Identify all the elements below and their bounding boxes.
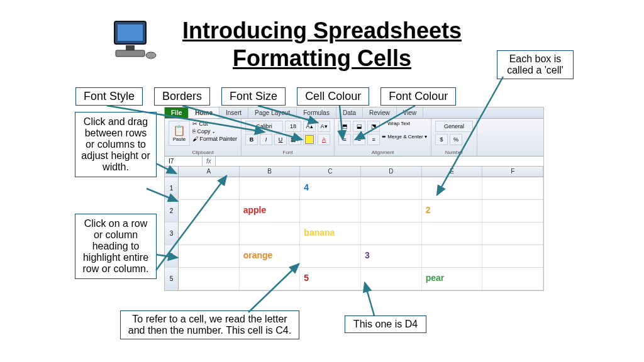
tab-page-layout[interactable]: Page Layout [248,107,297,118]
column-headers: A B C D E F [165,167,543,177]
cell-b4[interactable]: orange [240,245,301,267]
alignment-label: Alignment [338,150,427,155]
page-title: Introducing Spreadsheets [0,18,644,44]
ribbon: 📋Paste ✂ Cut ⎘ Copy ▾ 🖌 Format Painter C… [165,119,543,156]
paste-button[interactable]: 📋Paste [169,121,190,146]
cell-a1[interactable] [179,177,240,199]
align-top-icon[interactable]: ⬒ [338,121,351,132]
cell-e4[interactable] [422,245,483,267]
currency-icon[interactable]: $ [435,134,448,145]
number-format-select[interactable]: General [435,121,473,132]
callout-each-cell: Each box is called a 'cell' [497,50,574,79]
underline-button[interactable]: U [274,134,287,145]
cell-c3[interactable]: banana [300,222,361,244]
cell-b3[interactable] [240,222,301,244]
row-header-3[interactable]: 3 [165,222,179,244]
tab-review[interactable]: Review [363,107,397,118]
spreadsheet-grid: A B C D E F 1 4 2 apple 2 3 [165,167,543,290]
percent-icon[interactable]: % [450,134,462,145]
excel-window: File Home Insert Page Layout Formulas Da… [164,107,544,291]
cell-e5[interactable]: pear [422,268,483,290]
cell-f3[interactable] [482,222,543,244]
col-header-c[interactable]: C [300,167,361,177]
cell-c1[interactable]: 4 [300,177,361,199]
callout-drag: Click and drag between rows or columns t… [75,112,157,177]
cell-e3[interactable] [422,222,483,244]
formula-bar: I7 fx [165,156,543,167]
tab-home[interactable]: Home [189,107,219,118]
tab-view[interactable]: View [397,107,424,118]
col-header-d[interactable]: D [361,167,422,177]
font-name-select[interactable]: Calibri [245,121,283,132]
ribbon-group-font: Calibri 18 A▴ A▾ B I U ▦▾ A Font [242,119,335,156]
label-font-style: Font Style [75,87,143,106]
callout-d4: This one is D4 [345,315,426,333]
cell-d5[interactable] [361,268,422,290]
table-row: 4 orange 3 [165,245,543,268]
cell-e2[interactable]: 2 [422,200,483,222]
name-box[interactable]: I7 [165,156,203,166]
cell-f4[interactable] [482,245,543,267]
align-bot-icon[interactable]: ⬔ [367,121,380,132]
row-header-4[interactable]: 4 [165,245,179,267]
cell-d4[interactable]: 3 [361,245,422,267]
font-size-select[interactable]: 18 [285,121,301,132]
ribbon-tabs: File Home Insert Page Layout Formulas Da… [165,107,543,119]
align-right-icon[interactable]: ≡ [367,134,380,145]
tab-data[interactable]: Data [336,107,363,118]
cell-b2[interactable]: apple [240,200,301,222]
table-row: 2 apple 2 [165,200,543,222]
wrap-text-button[interactable]: ⤶ Wrap Text [382,121,410,132]
tab-file[interactable]: File [165,107,189,118]
cell-c2[interactable] [300,200,361,222]
formula-input[interactable] [216,156,543,166]
align-left-icon[interactable]: ≡ [338,134,351,145]
ribbon-group-alignment: ⬒ ⬓ ⬔ ⤶ Wrap Text ≡ ≡ ≡ ⬌ Merge & Center… [335,119,431,156]
align-center-icon[interactable]: ≡ [353,134,365,145]
callout-heading: Click on a row or column heading to high… [75,214,157,279]
copy-button[interactable]: ⎘ Copy ▾ [192,128,237,134]
borders-button[interactable]: ▦▾ [289,134,301,145]
font-color-button[interactable]: A [318,134,330,145]
row-header-5[interactable]: 5 [165,268,179,290]
ribbon-group-clipboard: 📋Paste ✂ Cut ⎘ Copy ▾ 🖌 Format Painter C… [165,119,242,156]
increase-font-icon[interactable]: A▴ [303,121,316,132]
align-mid-icon[interactable]: ⬓ [353,121,365,132]
label-row: Font Style Borders Font Size Cell Colour… [75,87,456,106]
cell-a4[interactable] [179,245,240,267]
cell-f2[interactable] [482,200,543,222]
merge-center-button[interactable]: ⬌ Merge & Center ▾ [382,134,427,145]
fx-icon[interactable]: fx [203,156,216,166]
cell-d2[interactable] [361,200,422,222]
callout-refer: To refer to a cell, we read the letter a… [120,310,299,339]
cell-c5[interactable]: 5 [300,268,361,290]
cell-d1[interactable] [361,177,422,199]
cell-e1[interactable] [422,177,483,199]
col-header-b[interactable]: B [240,167,301,177]
cell-b1[interactable] [240,177,301,199]
select-all-corner[interactable] [165,167,179,177]
italic-button[interactable]: I [260,134,272,145]
cell-a5[interactable] [179,268,240,290]
cell-a3[interactable] [179,222,240,244]
number-label: Number [435,150,473,155]
col-header-f[interactable]: F [482,167,543,177]
cell-f1[interactable] [482,177,543,199]
col-header-e[interactable]: E [422,167,483,177]
fill-color-button[interactable] [303,134,316,145]
cell-b5[interactable] [240,268,301,290]
label-cell-colour: Cell Colour [297,87,369,106]
cut-button[interactable]: ✂ Cut [192,121,237,127]
tab-formulas[interactable]: Formulas [297,107,336,118]
cell-c4[interactable] [300,245,361,267]
format-painter-button[interactable]: 🖌 Format Painter [192,136,237,142]
row-header-1[interactable]: 1 [165,177,179,199]
tab-insert[interactable]: Insert [219,107,248,118]
cell-d3[interactable] [361,222,422,244]
row-header-2[interactable]: 2 [165,200,179,222]
decrease-font-icon[interactable]: A▾ [318,121,330,132]
col-header-a[interactable]: A [179,167,240,177]
cell-f5[interactable] [482,268,543,290]
cell-a2[interactable] [179,200,240,222]
bold-button[interactable]: B [245,134,258,145]
